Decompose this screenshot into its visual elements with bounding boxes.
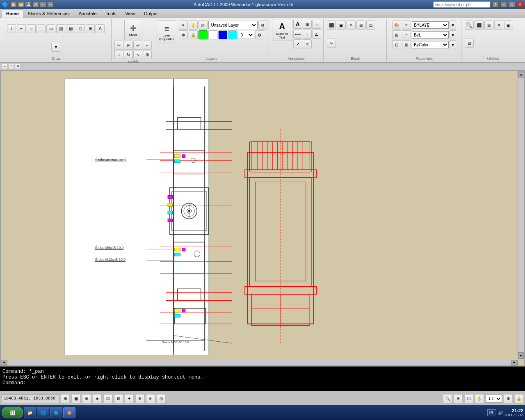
layer-dropdown[interactable]: Unsaved Layer <box>208 21 258 29</box>
xref-btn[interactable]: ⊡ <box>366 21 375 30</box>
ortho-toggle[interactable]: ⊕ <box>82 394 91 403</box>
prop-btn5[interactable]: ⊞ <box>402 40 411 49</box>
mirror-tool[interactable]: ⇌ <box>133 41 142 50</box>
dim-style-btn[interactable]: ≋ <box>303 39 312 48</box>
polar-toggle[interactable]: ◈ <box>93 394 102 403</box>
more-draw[interactable]: ▼ <box>51 43 60 52</box>
block-attr-btn[interactable]: ⊞ <box>356 21 365 30</box>
settings-status-btn[interactable]: ⚙ <box>504 394 513 403</box>
taskbar-ie[interactable]: 🌐 <box>37 407 49 418</box>
layer-number-dropdown[interactable]: 0 <box>238 31 254 39</box>
undo-btn[interactable]: ↩ <box>40 2 46 7</box>
color-dropdown[interactable]: BYLAYE <box>412 21 449 29</box>
dim-rotate-btn[interactable]: ↕ <box>303 30 312 39</box>
otrack-toggle[interactable]: ⊟ <box>114 394 123 403</box>
rotate-tool[interactable]: ↻ <box>124 50 133 59</box>
tab-home[interactable]: Home <box>2 9 23 18</box>
arc-tool[interactable]: ⌒ <box>37 24 46 33</box>
util-btn6[interactable]: ⊡ <box>465 39 474 48</box>
clip-btn[interactable]: ✂ <box>327 39 336 48</box>
util-btn5[interactable]: ▣ <box>504 21 513 30</box>
close-btn[interactable]: ✕ <box>517 2 523 7</box>
text-col-btn[interactable]: ⊞ <box>303 20 312 29</box>
zoom-pan-btn[interactable]: ✋ <box>475 394 484 403</box>
block-edit-btn[interactable]: ✎ <box>347 21 356 30</box>
redo-btn[interactable]: ↪ <box>47 2 54 7</box>
multiline-text-btn[interactable]: A MultilineText <box>272 20 292 41</box>
taskbar-files[interactable]: 📁 <box>24 407 36 418</box>
search-input[interactable] <box>433 1 491 8</box>
layer-white-btn[interactable] <box>208 30 217 39</box>
layer-settings-btn[interactable]: ⚙ <box>258 21 267 30</box>
insert-btn[interactable]: ⬛ <box>327 21 336 30</box>
taskbar-autocad[interactable]: 🔶 <box>63 407 75 418</box>
layer-off-btn[interactable]: 💡 <box>189 21 198 30</box>
block-def-btn[interactable]: ▣ <box>337 21 346 30</box>
scroll-right-btn[interactable]: ► <box>511 360 518 365</box>
del-btn[interactable]: ✕ <box>494 21 503 30</box>
start-button[interactable]: ⊞ <box>2 407 23 418</box>
field-btn[interactable]: ⊞ <box>484 21 493 30</box>
layer-isolate-btn[interactable]: ◎ <box>199 21 208 30</box>
help-btn[interactable]: ? <box>492 2 499 7</box>
prop-btn4[interactable]: ⊡ <box>392 40 401 49</box>
prop-btn2[interactable]: ⊞ <box>392 30 401 39</box>
tab-output[interactable]: Output <box>139 9 162 18</box>
osnap-toggle[interactable]: ⊡ <box>103 394 112 403</box>
zoom-btn[interactable]: 🔍 <box>465 21 474 30</box>
command-input[interactable] <box>26 380 523 386</box>
dyn-toggle[interactable]: ≋ <box>135 394 144 403</box>
dim-leader-btn[interactable]: ↗ <box>293 39 302 48</box>
line-tool[interactable]: / <box>7 24 16 33</box>
gradient-tool[interactable]: ▤ <box>66 24 75 33</box>
print-btn[interactable]: 🖨 <box>32 2 39 7</box>
minimize-btn[interactable]: ─ <box>500 2 507 7</box>
layer-aqua-btn[interactable] <box>228 30 237 39</box>
linetype-dropdown[interactable]: ByL <box>412 31 449 39</box>
stretch-tool[interactable]: ↔ <box>114 50 123 59</box>
scale-tool[interactable]: ⤡ <box>133 50 142 59</box>
open-btn[interactable]: 📂 <box>18 2 24 7</box>
tab-blocks[interactable]: Blocks & References <box>23 9 74 18</box>
qp-toggle[interactable]: ◎ <box>157 394 166 403</box>
lw-toggle[interactable]: ≡ <box>146 394 155 403</box>
linetype-arr-btn[interactable]: ▼ <box>450 30 456 39</box>
mtext-tool[interactable]: A <box>96 24 105 33</box>
zoom-search-btn[interactable]: 🔍 <box>443 394 452 403</box>
new-btn[interactable]: 🗎 <box>10 2 17 7</box>
zoom-extent-btn[interactable]: ⊞ <box>454 394 463 403</box>
layer-blue-btn[interactable] <box>218 30 227 39</box>
layer-freeze-btn[interactable]: ❄ <box>179 30 188 39</box>
move-tool-large[interactable]: ✛ Move <box>124 20 142 40</box>
zoom-100-btn[interactable]: 1:1 <box>464 394 473 403</box>
close-view-btn[interactable]: ✕ <box>15 64 21 69</box>
scroll-right[interactable]: ▲ ▼ <box>518 71 524 359</box>
ducs-toggle[interactable]: ✦ <box>125 394 134 403</box>
scale-dropdown[interactable]: 1:2 <box>486 395 502 403</box>
rectangle-tool[interactable]: ▭ <box>46 24 55 33</box>
restore-btn[interactable]: □ <box>509 2 515 7</box>
copy-tool[interactable]: ⎘ <box>124 41 133 50</box>
grid-toggle[interactable]: ▦ <box>71 394 80 403</box>
layer-color-btn[interactable] <box>199 30 208 39</box>
tab-annotate[interactable]: Annotate <box>74 9 101 18</box>
tab-view[interactable]: View <box>121 9 139 18</box>
command-area[interactable]: Command: '_pan Press ESC or ENTER to exi… <box>0 366 525 391</box>
snap-toggle[interactable]: ⊞ <box>61 394 70 403</box>
polyline-tool[interactable]: ⌐ <box>17 24 26 33</box>
prop-btn3[interactable]: ≡ <box>402 30 411 39</box>
lineweight-dropdown[interactable]: ByColor <box>412 41 449 48</box>
scroll-down-btn[interactable]: ▼ <box>518 352 524 359</box>
layer-list-btn[interactable]: ≡ <box>179 21 188 30</box>
restore-view-btn[interactable]: □ <box>8 64 14 69</box>
layer-properties-btn[interactable]: ≡ LayerProperties <box>157 21 177 44</box>
insert2-btn[interactable]: ⬛ <box>475 21 484 30</box>
lineweight-arr-btn[interactable]: ▼ <box>450 40 456 49</box>
list-prop-btn[interactable]: ≡ <box>402 21 411 30</box>
color-arr-btn[interactable]: ▼ <box>450 21 456 30</box>
array-tool[interactable]: ⊞ <box>143 50 152 59</box>
layer-settings2-btn[interactable]: ⚙ <box>255 30 264 39</box>
lock-viewport-btn[interactable]: 🔒 <box>514 394 523 403</box>
taskbar-app1[interactable]: 🔷 <box>50 407 62 418</box>
scroll-up-btn[interactable]: ▲ <box>518 71 524 78</box>
